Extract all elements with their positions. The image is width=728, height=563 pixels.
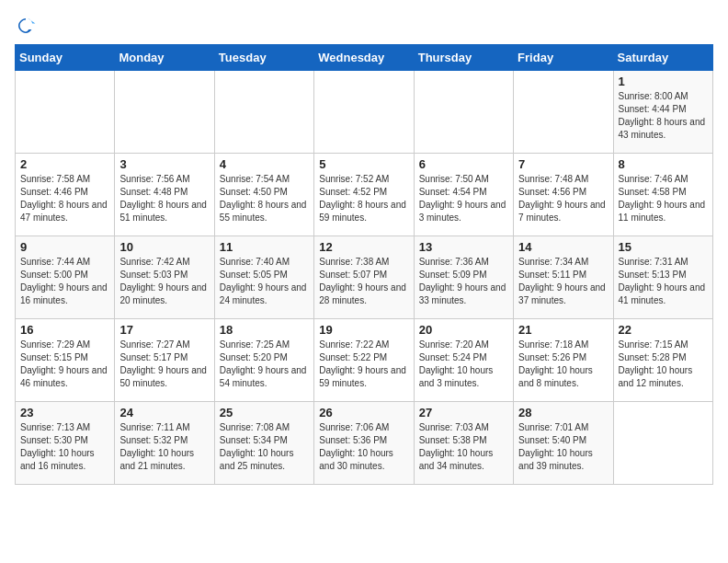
- day-info: Sunrise: 7:25 AM Sunset: 5:20 PM Dayligh…: [220, 339, 309, 390]
- day-number: 8: [619, 157, 708, 171]
- day-info: Sunrise: 7:48 AM Sunset: 4:56 PM Dayligh…: [518, 173, 608, 224]
- day-cell: 15Sunrise: 7:31 AM Sunset: 5:13 PM Dayli…: [613, 236, 712, 319]
- day-cell: 19Sunrise: 7:22 AM Sunset: 5:22 PM Dayli…: [314, 319, 414, 402]
- day-number: 20: [419, 323, 508, 337]
- day-number: 2: [20, 157, 109, 171]
- header-wednesday: Wednesday: [314, 45, 414, 71]
- day-cell: 25Sunrise: 7:08 AM Sunset: 5:34 PM Dayli…: [214, 402, 313, 485]
- calendar-table: SundayMondayTuesdayWednesdayThursdayFrid…: [15, 44, 713, 485]
- day-info: Sunrise: 7:50 AM Sunset: 4:54 PM Dayligh…: [419, 173, 508, 224]
- day-cell: 5Sunrise: 7:52 AM Sunset: 4:52 PM Daylig…: [314, 154, 414, 236]
- week-row-4: 16Sunrise: 7:29 AM Sunset: 5:15 PM Dayli…: [16, 319, 713, 402]
- day-info: Sunrise: 7:40 AM Sunset: 5:05 PM Dayligh…: [220, 256, 309, 307]
- logo: [15, 15, 40, 37]
- day-number: 25: [220, 406, 309, 419]
- day-cell: 18Sunrise: 7:25 AM Sunset: 5:20 PM Dayli…: [214, 319, 313, 402]
- day-cell: 3Sunrise: 7:56 AM Sunset: 4:48 PM Daylig…: [115, 154, 214, 236]
- day-cell: 22Sunrise: 7:15 AM Sunset: 5:28 PM Dayli…: [613, 319, 712, 402]
- day-cell: 27Sunrise: 7:03 AM Sunset: 5:38 PM Dayli…: [414, 402, 513, 485]
- day-number: 15: [619, 240, 708, 254]
- logo-icon: [15, 15, 37, 37]
- week-row-1: 1Sunrise: 8:00 AM Sunset: 4:44 PM Daylig…: [16, 71, 713, 154]
- header-sunday: Sunday: [16, 45, 115, 71]
- day-cell: 1Sunrise: 8:00 AM Sunset: 4:44 PM Daylig…: [613, 71, 712, 154]
- day-info: Sunrise: 7:31 AM Sunset: 5:13 PM Dayligh…: [619, 256, 708, 307]
- day-info: Sunrise: 7:38 AM Sunset: 5:07 PM Dayligh…: [319, 256, 408, 307]
- day-info: Sunrise: 7:27 AM Sunset: 5:17 PM Dayligh…: [119, 339, 209, 390]
- day-cell: 23Sunrise: 7:13 AM Sunset: 5:30 PM Dayli…: [16, 402, 115, 485]
- day-cell: 12Sunrise: 7:38 AM Sunset: 5:07 PM Dayli…: [314, 236, 414, 319]
- day-info: Sunrise: 7:54 AM Sunset: 4:50 PM Dayligh…: [220, 173, 309, 224]
- day-cell: 17Sunrise: 7:27 AM Sunset: 5:17 PM Dayli…: [115, 319, 214, 402]
- day-cell: 11Sunrise: 7:40 AM Sunset: 5:05 PM Dayli…: [214, 236, 313, 319]
- day-number: 24: [119, 406, 209, 419]
- day-info: Sunrise: 7:18 AM Sunset: 5:26 PM Dayligh…: [518, 339, 608, 390]
- day-number: 17: [119, 323, 209, 337]
- day-number: 16: [20, 323, 109, 337]
- day-number: 7: [518, 157, 608, 171]
- day-number: 10: [119, 240, 209, 254]
- day-number: 27: [419, 406, 508, 419]
- day-cell: 13Sunrise: 7:36 AM Sunset: 5:09 PM Dayli…: [414, 236, 513, 319]
- day-info: Sunrise: 7:11 AM Sunset: 5:32 PM Dayligh…: [119, 421, 209, 473]
- day-number: 13: [419, 240, 508, 254]
- day-cell: [115, 71, 214, 154]
- day-number: 23: [20, 406, 109, 419]
- day-number: 3: [119, 157, 209, 171]
- day-cell: [16, 71, 115, 154]
- day-info: Sunrise: 7:20 AM Sunset: 5:24 PM Dayligh…: [419, 339, 508, 390]
- day-cell: 21Sunrise: 7:18 AM Sunset: 5:26 PM Dayli…: [514, 319, 613, 402]
- day-cell: 14Sunrise: 7:34 AM Sunset: 5:11 PM Dayli…: [514, 236, 613, 319]
- day-cell: 26Sunrise: 7:06 AM Sunset: 5:36 PM Dayli…: [314, 402, 414, 485]
- day-number: 19: [319, 323, 408, 337]
- week-row-5: 23Sunrise: 7:13 AM Sunset: 5:30 PM Dayli…: [16, 402, 713, 485]
- day-number: 28: [518, 406, 608, 419]
- day-cell: 16Sunrise: 7:29 AM Sunset: 5:15 PM Dayli…: [16, 319, 115, 402]
- day-number: 26: [319, 406, 408, 419]
- week-row-2: 2Sunrise: 7:58 AM Sunset: 4:46 PM Daylig…: [16, 154, 713, 236]
- day-info: Sunrise: 7:58 AM Sunset: 4:46 PM Dayligh…: [20, 173, 109, 224]
- day-info: Sunrise: 7:08 AM Sunset: 5:34 PM Dayligh…: [220, 421, 309, 473]
- week-row-3: 9Sunrise: 7:44 AM Sunset: 5:00 PM Daylig…: [16, 236, 713, 319]
- day-number: 11: [220, 240, 309, 254]
- day-info: Sunrise: 7:36 AM Sunset: 5:09 PM Dayligh…: [419, 256, 508, 307]
- day-info: Sunrise: 7:34 AM Sunset: 5:11 PM Dayligh…: [518, 256, 608, 307]
- day-cell: 20Sunrise: 7:20 AM Sunset: 5:24 PM Dayli…: [414, 319, 513, 402]
- day-number: 22: [619, 323, 708, 337]
- day-number: 12: [319, 240, 408, 254]
- day-number: 4: [220, 157, 309, 171]
- day-number: 6: [419, 157, 508, 171]
- day-number: 21: [518, 323, 608, 337]
- day-cell: 2Sunrise: 7:58 AM Sunset: 4:46 PM Daylig…: [16, 154, 115, 236]
- day-info: Sunrise: 7:06 AM Sunset: 5:36 PM Dayligh…: [319, 421, 408, 473]
- day-cell: [613, 402, 712, 485]
- day-info: Sunrise: 7:52 AM Sunset: 4:52 PM Dayligh…: [319, 173, 408, 224]
- day-info: Sunrise: 7:46 AM Sunset: 4:58 PM Dayligh…: [619, 173, 708, 224]
- day-cell: 28Sunrise: 7:01 AM Sunset: 5:40 PM Dayli…: [514, 402, 613, 485]
- day-cell: 8Sunrise: 7:46 AM Sunset: 4:58 PM Daylig…: [613, 154, 712, 236]
- day-info: Sunrise: 7:22 AM Sunset: 5:22 PM Dayligh…: [319, 339, 408, 390]
- day-number: 1: [619, 75, 708, 88]
- day-number: 18: [220, 323, 309, 337]
- day-number: 14: [518, 240, 608, 254]
- day-cell: 9Sunrise: 7:44 AM Sunset: 5:00 PM Daylig…: [16, 236, 115, 319]
- day-cell: 7Sunrise: 7:48 AM Sunset: 4:56 PM Daylig…: [514, 154, 613, 236]
- day-number: 9: [20, 240, 109, 254]
- header-row: SundayMondayTuesdayWednesdayThursdayFrid…: [16, 45, 713, 71]
- day-cell: [214, 71, 313, 154]
- header-friday: Friday: [514, 45, 613, 71]
- day-info: Sunrise: 7:01 AM Sunset: 5:40 PM Dayligh…: [518, 421, 608, 473]
- day-cell: 24Sunrise: 7:11 AM Sunset: 5:32 PM Dayli…: [115, 402, 214, 485]
- day-info: Sunrise: 8:00 AM Sunset: 4:44 PM Dayligh…: [619, 90, 708, 142]
- day-number: 5: [319, 157, 408, 171]
- header-tuesday: Tuesday: [214, 45, 313, 71]
- day-info: Sunrise: 7:03 AM Sunset: 5:38 PM Dayligh…: [419, 421, 508, 473]
- day-cell: [314, 71, 414, 154]
- header-thursday: Thursday: [414, 45, 513, 71]
- day-cell: 4Sunrise: 7:54 AM Sunset: 4:50 PM Daylig…: [214, 154, 313, 236]
- day-info: Sunrise: 7:44 AM Sunset: 5:00 PM Dayligh…: [20, 256, 109, 307]
- day-info: Sunrise: 7:13 AM Sunset: 5:30 PM Dayligh…: [20, 421, 109, 473]
- day-cell: 6Sunrise: 7:50 AM Sunset: 4:54 PM Daylig…: [414, 154, 513, 236]
- day-cell: [414, 71, 513, 154]
- day-info: Sunrise: 7:29 AM Sunset: 5:15 PM Dayligh…: [20, 339, 109, 390]
